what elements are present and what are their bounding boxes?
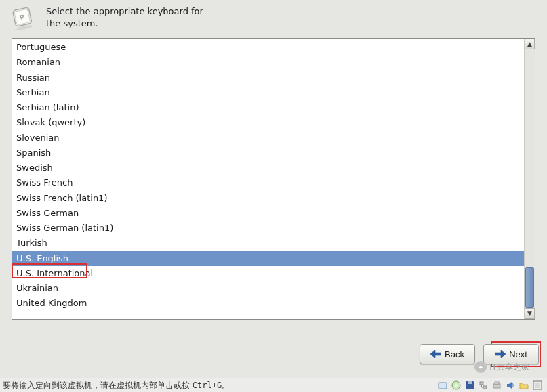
list-item[interactable]: Swiss German (latin1) — [12, 221, 524, 236]
scroll-down-button[interactable]: ▼ — [525, 308, 535, 319]
list-item[interactable]: Slovenian — [12, 131, 524, 146]
next-button-label: Next — [509, 349, 527, 360]
svg-rect-14 — [495, 382, 499, 384]
status-bar: 要将输入定向到该虚拟机，请在虚拟机内部单击或按 Ctrl+G。 — [0, 378, 547, 392]
svg-rect-11 — [480, 382, 483, 385]
arrow-left-icon — [430, 350, 441, 358]
status-hint-key: Ctrl+G。 — [193, 380, 230, 390]
list-item[interactable]: Slovak (qwerty) — [12, 115, 524, 130]
keyboard-list-frame: PortugueseRomanianRussianSerbianSerbian … — [12, 38, 535, 320]
list-item[interactable]: U.S. International — [12, 266, 524, 281]
floppy-icon[interactable] — [464, 380, 475, 391]
list-item[interactable]: U.S. English — [12, 251, 524, 266]
svg-marker-4 — [430, 350, 441, 358]
keyboard-key-icon: R — [7, 4, 38, 31]
button-bar: Back Next — [420, 344, 539, 364]
status-hint: 要将输入定向到该虚拟机，请在虚拟机内部单击或按 Ctrl+G。 — [3, 380, 437, 391]
network-icon[interactable] — [478, 380, 489, 391]
header-instruction: Select the appropriate keyboard for the … — [46, 4, 203, 29]
list-item[interactable]: United Kingdom — [12, 296, 524, 311]
folder-icon[interactable] — [519, 380, 529, 391]
scroll-up-button[interactable]: ▲ — [525, 39, 535, 49]
svg-marker-5 — [495, 350, 506, 358]
disk-icon[interactable] — [437, 380, 448, 391]
svg-rect-12 — [483, 386, 487, 389]
list-item[interactable]: Serbian — [12, 85, 524, 100]
svg-marker-15 — [507, 382, 512, 389]
cd-icon[interactable] — [451, 380, 462, 391]
scroll-thumb[interactable] — [525, 267, 534, 308]
sound-icon[interactable] — [505, 380, 516, 391]
svg-rect-13 — [493, 384, 500, 388]
list-item[interactable]: Serbian (latin) — [12, 100, 524, 115]
list-item[interactable]: Swiss French (latin1) — [12, 191, 524, 206]
back-button-label: Back — [445, 349, 464, 360]
printer-icon[interactable] — [491, 380, 502, 391]
svg-rect-17 — [535, 383, 540, 388]
scrollbar[interactable]: ▲ ▼ — [524, 39, 535, 319]
next-button[interactable]: Next — [483, 344, 539, 364]
list-item[interactable]: Swiss French — [12, 175, 524, 190]
status-hint-text: 要将输入定向到该虚拟机，请在虚拟机内部单击或按 — [3, 380, 190, 390]
list-item[interactable]: Russian — [12, 70, 524, 85]
svg-rect-10 — [468, 381, 472, 384]
list-item[interactable]: Portuguese — [12, 40, 524, 55]
tray — [437, 380, 544, 391]
header: R Select the appropriate keyboard for th… — [0, 0, 547, 34]
header-line1: Select the appropriate keyboard for — [46, 5, 203, 18]
list-item[interactable]: Romanian — [12, 55, 524, 70]
list-item[interactable]: Turkish — [12, 236, 524, 251]
svg-rect-6 — [439, 383, 447, 389]
fullscreen-icon[interactable] — [532, 380, 543, 391]
list-item[interactable]: Spanish — [12, 146, 524, 160]
back-button[interactable]: Back — [420, 344, 475, 364]
header-line2: the system. — [46, 18, 203, 30]
arrow-right-icon — [495, 350, 506, 358]
list-item[interactable]: Swedish — [12, 160, 524, 175]
list-item[interactable]: Ukrainian — [12, 281, 524, 296]
list-item[interactable]: Swiss German — [12, 206, 524, 221]
keyboard-listbox[interactable]: PortugueseRomanianRussianSerbianSerbian … — [12, 39, 524, 319]
svg-point-8 — [455, 385, 458, 387]
